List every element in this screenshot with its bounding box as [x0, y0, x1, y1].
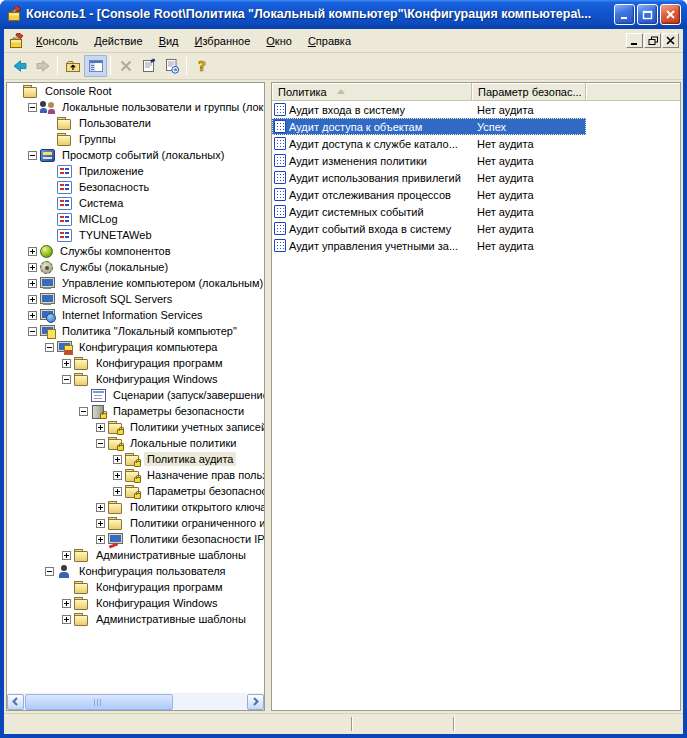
mdi-restore-button[interactable]	[644, 33, 661, 48]
menu-вид[interactable]: Вид	[151, 32, 187, 50]
scrollbar-thumb[interactable]	[25, 694, 173, 710]
tree-item[interactable]: Конфигурация программ	[7, 355, 264, 371]
tree-item[interactable]: Приложение	[7, 163, 264, 179]
tree-item[interactable]: Службы компонентов	[7, 243, 264, 259]
mdi-close-button[interactable]	[662, 33, 679, 48]
policy-row[interactable]: Аудит системных событийНет аудита	[272, 203, 680, 220]
policy-row[interactable]: Аудит входа в системуНет аудита	[272, 101, 680, 118]
tree-item[interactable]: Локальные пользователи и группы (локал	[7, 99, 264, 115]
collapse-icon[interactable]	[96, 439, 105, 448]
policy-row[interactable]: Аудит отслеживания процессовНет аудита	[272, 186, 680, 203]
expand-icon[interactable]	[62, 615, 71, 624]
tree-item[interactable]: Сценарии (запуск/завершение)	[7, 387, 264, 403]
tree-item[interactable]: Политики открытого ключа	[7, 499, 264, 515]
expand-icon[interactable]	[113, 471, 122, 480]
menu-избранное[interactable]: Избранное	[187, 32, 259, 50]
tree-item[interactable]: Конфигурация пользователя	[7, 563, 264, 579]
tree-item[interactable]: Console Root	[7, 83, 264, 99]
console-tree: Console RootЛокальные пользователи и гру…	[7, 83, 264, 693]
expand-icon[interactable]	[28, 295, 37, 304]
collapse-icon[interactable]	[28, 151, 37, 160]
scroll-left-button[interactable]	[7, 694, 24, 710]
folder-icon	[108, 501, 123, 514]
back-toolbar-button[interactable]	[8, 55, 31, 77]
tree-item[interactable]: Назначение прав пользователя	[7, 467, 264, 483]
tree-item[interactable]: MICLog	[7, 211, 264, 227]
expand-icon[interactable]	[96, 519, 105, 528]
policy-row[interactable]: Аудит использования привилегийНет аудита	[272, 169, 680, 186]
policy-row[interactable]: Аудит доступа к службе катало...Нет ауди…	[272, 135, 680, 152]
maximize-button[interactable]	[637, 4, 658, 25]
show-console-tree-toolbar-button[interactable]	[84, 55, 107, 77]
tree-item[interactable]: Конфигурация компьютера	[7, 339, 264, 355]
menu-консоль[interactable]: Консоль	[28, 32, 86, 50]
menu-окно[interactable]: Окно	[258, 32, 300, 50]
tree-item[interactable]: Просмотр событий (локальных)	[7, 147, 264, 163]
tree-item[interactable]: Конфигурация программ	[7, 579, 264, 595]
scroll-right-button[interactable]	[247, 694, 264, 710]
mdi-minimize-button[interactable]	[626, 33, 643, 48]
collapse-icon[interactable]	[28, 103, 37, 112]
expand-icon[interactable]	[28, 279, 37, 288]
tree-item[interactable]: Microsoft SQL Servers	[7, 291, 264, 307]
expand-icon[interactable]	[113, 487, 122, 496]
tree-item[interactable]: Пользователи	[7, 115, 264, 131]
tree-item[interactable]: Система	[7, 195, 264, 211]
tree-item[interactable]: Политики ограниченного использования	[7, 515, 264, 531]
policy-name: Аудит доступа к службе катало...	[289, 138, 458, 150]
expand-icon[interactable]	[28, 263, 37, 272]
tree-item[interactable]: Управление компьютером (локальным)	[7, 275, 264, 291]
tree-item[interactable]: Параметры безопасности	[7, 483, 264, 499]
collapse-icon[interactable]	[28, 327, 37, 336]
policy-row[interactable]: Аудит событий входа в системуНет аудита	[272, 220, 680, 237]
tree-item[interactable]: Безопасность	[7, 179, 264, 195]
expand-icon[interactable]	[96, 423, 105, 432]
export-list-toolbar-button[interactable]	[160, 55, 183, 77]
tree-item-label: Локальные политики	[127, 436, 239, 450]
tree-item[interactable]: Политика аудита	[7, 451, 264, 467]
tree-item[interactable]: Конфигурация Windows	[7, 371, 264, 387]
column-header-security-setting[interactable]: Параметр безопас...	[472, 83, 586, 100]
tree-item[interactable]: Административные шаблоны	[7, 547, 264, 563]
collapse-icon[interactable]	[45, 567, 54, 576]
tree-item[interactable]: Политики учетных записей	[7, 419, 264, 435]
expand-icon[interactable]	[62, 359, 71, 368]
expand-icon[interactable]	[28, 247, 37, 256]
expand-icon[interactable]	[62, 599, 71, 608]
scrollbar-track[interactable]	[24, 694, 247, 710]
tree-item[interactable]: Internet Information Services	[7, 307, 264, 323]
log-icon	[57, 165, 72, 178]
properties-toolbar-button[interactable]	[137, 55, 160, 77]
tree-item[interactable]: Конфигурация Windows	[7, 595, 264, 611]
expand-icon[interactable]	[28, 311, 37, 320]
minimize-button[interactable]	[614, 4, 635, 25]
folder-icon	[74, 597, 89, 610]
up-one-level-toolbar-button[interactable]	[61, 55, 84, 77]
policy-row[interactable]: Аудит доступа к объектамУспех	[272, 118, 680, 135]
expand-icon[interactable]	[62, 551, 71, 560]
tree-item[interactable]: Политика "Локальный компьютер"	[7, 323, 264, 339]
close-button[interactable]	[660, 4, 681, 25]
tree-item[interactable]: Параметры безопасности	[7, 403, 264, 419]
tree-item[interactable]: TYUNETAWeb	[7, 227, 264, 243]
column-header-policy[interactable]: Политика	[272, 83, 472, 100]
tree-item[interactable]: Локальные политики	[7, 435, 264, 451]
menu-справка[interactable]: Справка	[300, 32, 359, 50]
policy-row[interactable]: Аудит управления учетными за...Нет аудит…	[272, 237, 680, 254]
horizontal-scrollbar[interactable]	[7, 693, 264, 710]
collapse-icon[interactable]	[79, 407, 88, 416]
tree-item[interactable]: Политики безопасности IP на "Локальный	[7, 531, 264, 547]
collapse-icon[interactable]	[45, 343, 54, 352]
tree-item[interactable]: Группы	[7, 131, 264, 147]
tree-item[interactable]: Административные шаблоны	[7, 611, 264, 627]
policy-row[interactable]: Аудит изменения политикиНет аудита	[272, 152, 680, 169]
titlebar[interactable]: Консоль1 - [Console Root\Политика "Локал…	[0, 0, 687, 29]
expand-icon[interactable]	[96, 535, 105, 544]
help-toolbar-button[interactable]: ?	[190, 55, 213, 77]
folder-lock-icon	[125, 485, 140, 498]
expand-icon[interactable]	[96, 503, 105, 512]
menu-действие[interactable]: Действие	[86, 32, 150, 50]
tree-item[interactable]: Службы (локальные)	[7, 259, 264, 275]
collapse-icon[interactable]	[62, 375, 71, 384]
expand-icon[interactable]	[113, 455, 122, 464]
